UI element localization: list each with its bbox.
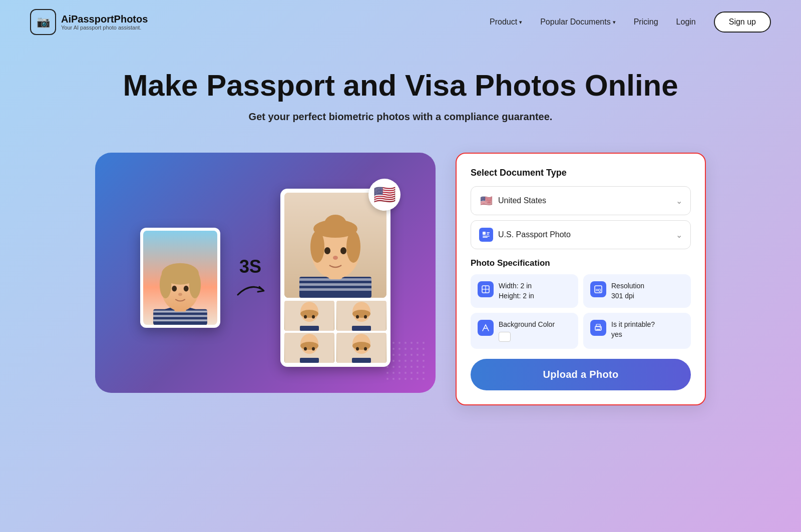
spec-size-card: Width: 2 in Height: 2 in	[471, 274, 578, 308]
login-button[interactable]: Login	[676, 18, 696, 27]
person-svg-left	[143, 231, 217, 325]
document-icon	[479, 228, 493, 242]
svg-point-26	[340, 247, 346, 254]
svg-point-9	[160, 271, 172, 298]
svg-rect-17	[299, 283, 371, 286]
signup-button[interactable]: Sign up	[714, 12, 771, 33]
svg-rect-18	[299, 288, 371, 291]
svg-point-39	[364, 315, 367, 319]
chevron-down-icon: ▾	[519, 19, 522, 26]
timer-label: 3S	[239, 256, 261, 277]
country-select[interactable]: 🇺🇸 United States ⌄	[471, 186, 691, 215]
photo-thumb-3	[284, 333, 334, 363]
svg-rect-56	[487, 234, 489, 235]
svg-point-13	[178, 293, 182, 296]
svg-point-36	[352, 310, 370, 318]
spec-printable-text: Is it printable? yes	[611, 320, 655, 339]
nav-popular-docs[interactable]: Popular Documents ▾	[540, 18, 616, 27]
svg-rect-54	[483, 232, 486, 235]
bg-color-label: Background Color	[499, 320, 555, 328]
svg-point-24	[324, 215, 346, 233]
main-content: 3S 🇺🇸	[50, 133, 751, 435]
svg-point-32	[304, 315, 307, 319]
select-document-title: Select Document Type	[471, 168, 691, 178]
hero-section: Make Passport and Visa Photos Online Get…	[0, 44, 801, 133]
svg-rect-49	[352, 358, 371, 363]
spec-bg-card: Background Color	[471, 313, 578, 349]
size-icon	[478, 281, 494, 297]
navbar: 📷 AiPassportPhotos Your AI passport phot…	[0, 0, 801, 44]
svg-point-38	[356, 315, 359, 319]
svg-point-22	[310, 231, 324, 263]
svg-point-50	[356, 347, 359, 351]
svg-point-25	[324, 247, 330, 254]
nav-product[interactable]: Product ▾	[490, 18, 522, 27]
svg-point-48	[352, 342, 370, 350]
arrow-area: 3S	[235, 256, 265, 300]
flag-badge: 🇺🇸	[368, 179, 400, 211]
color-swatch	[499, 332, 511, 342]
photo-thumb-1	[284, 301, 334, 331]
chevron-down-icon: ▾	[613, 19, 616, 26]
svg-point-45	[312, 347, 315, 351]
spec-printable-card: Is it printable? yes	[583, 313, 691, 349]
country-value: United States	[498, 196, 546, 205]
svg-rect-5	[153, 319, 207, 321]
svg-rect-57	[483, 236, 490, 237]
arrow-icon	[235, 280, 265, 300]
svg-point-12	[184, 286, 189, 292]
country-chevron-icon: ⌄	[676, 196, 682, 206]
document-value: U.S. Passport Photo	[498, 230, 571, 239]
printable-icon	[590, 320, 606, 336]
nav-pricing[interactable]: Pricing	[634, 18, 658, 27]
person-svg-right	[284, 193, 386, 298]
spec-section-title: Photo Specification	[471, 258, 691, 268]
photo-thumb-2	[336, 301, 386, 331]
photo-grid	[284, 301, 386, 363]
logo-icon: 📷	[30, 9, 56, 35]
spec-bg-text: Background Color	[499, 320, 555, 342]
illustration-panel: 3S 🇺🇸	[95, 153, 436, 393]
brand-title: AiPassportPhotos	[61, 14, 148, 25]
resolution-icon: HQ	[590, 281, 606, 297]
dots-pattern	[385, 341, 426, 383]
processed-photo-card: 🇺🇸	[280, 189, 390, 367]
svg-point-10	[189, 271, 201, 298]
svg-point-23	[346, 231, 360, 263]
photo-thumb-4	[336, 333, 386, 363]
brand-subtitle: Your AI passport photo assistant.	[61, 25, 148, 31]
illustration-bg: 3S 🇺🇸	[95, 153, 436, 393]
svg-point-33	[312, 315, 315, 319]
document-select[interactable]: U.S. Passport Photo ⌄	[471, 220, 691, 249]
svg-point-67	[600, 327, 601, 328]
country-flag: 🇺🇸	[479, 194, 493, 208]
svg-text:HQ: HQ	[596, 288, 601, 292]
svg-point-11	[172, 286, 177, 292]
svg-point-42	[300, 342, 318, 350]
spec-resolution-card: HQ Resolution 301 dpi	[583, 274, 691, 308]
country-select-left: 🇺🇸 United States	[479, 194, 546, 208]
svg-point-51	[364, 347, 367, 351]
logo[interactable]: 📷 AiPassportPhotos Your AI passport phot…	[30, 9, 148, 35]
document-select-left: U.S. Passport Photo	[479, 228, 571, 242]
svg-rect-4	[153, 315, 207, 317]
spec-size-text: Width: 2 in Height: 2 in	[499, 281, 534, 301]
form-card: Select Document Type 🇺🇸 United States ⌄	[456, 153, 706, 405]
bg-color-icon	[478, 320, 494, 336]
svg-rect-37	[352, 326, 371, 331]
svg-rect-43	[300, 358, 319, 363]
svg-rect-31	[300, 326, 319, 331]
hero-title: Make Passport and Visa Photos Online	[10, 69, 791, 102]
form-panel: Select Document Type 🇺🇸 United States ⌄	[456, 153, 706, 405]
original-photo	[143, 231, 217, 325]
spec-resolution-text: Resolution 301 dpi	[611, 281, 644, 301]
hero-subtitle: Get your perfect biometric photos with a…	[10, 111, 791, 123]
svg-rect-58	[483, 237, 488, 238]
processed-photo-main	[284, 193, 386, 298]
original-photo-card	[140, 228, 220, 328]
svg-point-27	[333, 256, 338, 260]
svg-rect-66	[596, 329, 600, 330]
nav-links: Product ▾ Popular Documents ▾ Pricing Lo…	[490, 12, 771, 33]
svg-point-44	[304, 347, 307, 351]
upload-photo-button[interactable]: Upload a Photo	[471, 359, 691, 390]
